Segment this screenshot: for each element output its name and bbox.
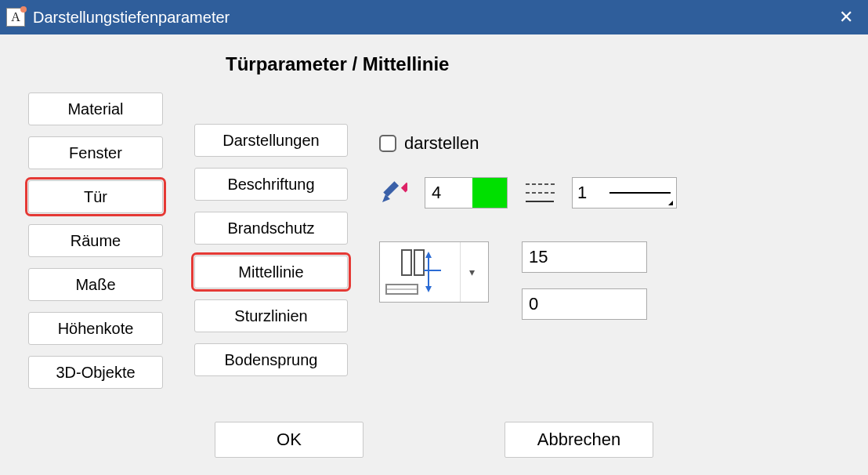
subcat-beschriftung[interactable]: Beschriftung	[194, 168, 348, 201]
category-tuer[interactable]: Tür	[28, 180, 163, 213]
window-title: Darstellungstiefenparameter	[33, 9, 824, 27]
category-fenster[interactable]: Fenster	[28, 136, 163, 169]
subcat-darstellungen[interactable]: Darstellungen	[194, 124, 348, 157]
geometry-mode-dropdown[interactable]: ▾	[379, 241, 489, 303]
geometry-value-2[interactable]	[522, 288, 647, 320]
dialog-window: A Darstellungstiefenparameter ✕ Türparam…	[0, 0, 868, 475]
close-button[interactable]: ✕	[824, 0, 868, 34]
category-material[interactable]: Material	[28, 92, 163, 125]
subcat-brandschutz[interactable]: Brandschutz	[194, 212, 348, 245]
linetype-preview[interactable]	[604, 178, 676, 208]
geometry-schematic-icon	[385, 247, 460, 297]
category-hoehenkote[interactable]: Höhenkote	[28, 312, 163, 345]
geometry-values	[522, 241, 647, 320]
display-checkbox-label: darstellen	[404, 133, 479, 154]
cancel-button[interactable]: Abbrechen	[505, 422, 653, 458]
pen-value-input[interactable]	[425, 178, 472, 208]
pen-icon	[379, 177, 407, 208]
category-raeume[interactable]: Räume	[28, 224, 163, 257]
svg-rect-3	[402, 250, 411, 275]
display-checkbox[interactable]	[379, 135, 396, 152]
subcat-bodensprung[interactable]: Bodensprung	[194, 343, 348, 376]
svg-rect-1	[383, 181, 399, 197]
linetype-icon	[525, 179, 555, 207]
pen-row	[379, 177, 846, 208]
svg-marker-10	[425, 286, 432, 292]
dialog-footer: OK Abbrechen	[0, 422, 868, 458]
subcat-mittellinie[interactable]: Mittellinie	[194, 256, 348, 288]
page-heading: Türparameter / Mittellinie	[226, 53, 846, 75]
parameter-pane: darstellen	[379, 92, 846, 320]
svg-marker-9	[425, 252, 432, 258]
sub-category-column: Darstellungen Beschriftung Brandschutz M…	[194, 124, 348, 376]
pen-value-box[interactable]	[425, 177, 508, 208]
geometry-row: ▾	[379, 241, 846, 320]
linetype-box[interactable]	[572, 177, 677, 208]
category-masse[interactable]: Maße	[28, 268, 163, 301]
display-checkbox-row: darstellen	[379, 133, 846, 154]
geometry-value-1[interactable]	[522, 241, 647, 273]
svg-rect-2	[401, 183, 407, 193]
left-category-column: Material Fenster Tür Räume Maße Höhenkot…	[28, 92, 163, 389]
svg-rect-4	[414, 250, 424, 275]
subcat-sturzlinien[interactable]: Sturzlinien	[194, 299, 348, 332]
dialog-body: Türparameter / Mittellinie Material Fens…	[0, 34, 868, 475]
category-3dobjekte[interactable]: 3D-Objekte	[28, 356, 163, 389]
pen-color-swatch[interactable]	[472, 178, 507, 208]
ok-button[interactable]: OK	[215, 422, 363, 458]
linetype-value-input[interactable]	[573, 178, 604, 208]
chevron-down-icon: ▾	[460, 242, 483, 302]
titlebar: A Darstellungstiefenparameter ✕	[0, 0, 868, 34]
app-icon: A	[6, 8, 25, 27]
